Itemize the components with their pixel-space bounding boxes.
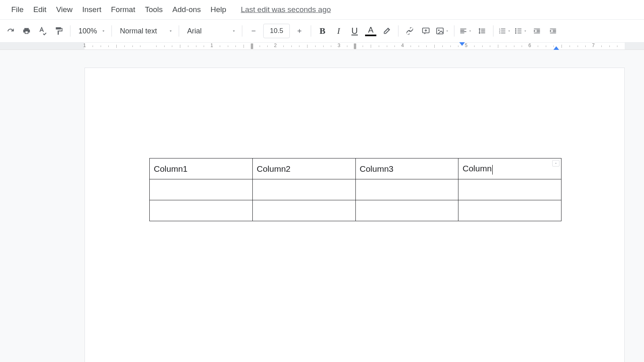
paragraph-style-dropdown[interactable]: Normal text	[115, 24, 175, 38]
svg-point-8	[515, 30, 516, 31]
bold-button[interactable]: B	[315, 24, 330, 38]
bulleted-list-button[interactable]	[514, 24, 528, 38]
insert-link-button[interactable]	[402, 24, 417, 38]
table-cell-options-button[interactable]	[552, 160, 559, 167]
text-cursor	[492, 165, 493, 175]
print-icon	[22, 27, 31, 35]
numbered-list-button[interactable]: 123	[497, 24, 512, 38]
menu-file[interactable]: File	[6, 3, 29, 16]
ruler-tick	[570, 45, 570, 47]
table-cell[interactable]: Column3	[355, 158, 458, 179]
chevron-down-icon	[445, 29, 449, 33]
ruler-tick	[267, 45, 268, 47]
table-row	[150, 200, 561, 221]
bulleted-list-icon	[514, 27, 522, 35]
svg-rect-2	[437, 28, 444, 34]
ruler-number: 1	[211, 43, 213, 48]
chevron-down-icon	[523, 29, 527, 33]
line-spacing-button[interactable]	[475, 24, 489, 38]
menu-insert[interactable]: Insert	[77, 3, 106, 16]
table-cell[interactable]	[252, 200, 355, 221]
table-cell[interactable]: Column1	[150, 158, 253, 179]
table-cell[interactable]	[355, 179, 458, 200]
document-table[interactable]: Column1 Column2 Column3 Column	[149, 158, 561, 221]
font-size-input[interactable]: 10.5	[263, 24, 290, 38]
decrease-font-size-button[interactable]	[246, 24, 261, 38]
ruler-tick	[172, 45, 172, 47]
toolbar-separator	[242, 25, 242, 37]
toolbar-separator	[179, 25, 179, 37]
align-left-icon	[459, 27, 467, 35]
ruler-tick	[204, 45, 204, 47]
font-family-dropdown[interactable]: Arial	[182, 24, 239, 38]
ruler-tick	[244, 45, 244, 48]
zoom-dropdown[interactable]: 100%	[74, 24, 108, 38]
highlight-icon	[382, 27, 391, 35]
table-cell[interactable]	[150, 179, 253, 200]
table-cell[interactable]	[150, 200, 253, 221]
align-button[interactable]	[458, 24, 473, 38]
spellcheck-button[interactable]	[35, 24, 50, 38]
redo-button[interactable]	[3, 24, 18, 38]
highlight-color-button[interactable]	[380, 24, 394, 38]
ruler-tick	[506, 45, 506, 47]
table-cell[interactable]	[458, 200, 561, 221]
ruler-tick	[546, 45, 546, 47]
ruler-tick	[426, 45, 427, 47]
svg-point-3	[438, 29, 440, 31]
menu-addons[interactable]: Add-ons	[167, 3, 206, 16]
document-page[interactable]: Column1 Column2 Column3 Column	[85, 68, 625, 362]
add-comment-button[interactable]	[419, 24, 433, 38]
italic-button[interactable]: I	[331, 24, 346, 38]
ruler-tick	[101, 45, 101, 47]
paragraph-style-value: Normal text	[120, 27, 157, 35]
menu-help[interactable]: Help	[206, 3, 231, 16]
print-button[interactable]	[19, 24, 34, 38]
right-indent-marker[interactable]	[553, 46, 559, 50]
table-column-marker[interactable]	[354, 43, 356, 49]
first-line-indent-marker[interactable]	[459, 42, 465, 46]
ruler-tick	[220, 45, 220, 47]
ruler-tick	[585, 45, 586, 47]
increase-font-size-button[interactable]	[292, 24, 307, 38]
table-cell[interactable]	[355, 200, 458, 221]
ruler-tick	[538, 45, 538, 47]
cell-text: Column2	[257, 164, 291, 173]
image-icon	[436, 27, 444, 35]
increase-indent-button[interactable]	[546, 24, 560, 38]
table-column-marker[interactable]	[251, 43, 253, 49]
ruler-number: 4	[401, 43, 404, 48]
ruler-tick	[156, 45, 157, 47]
decrease-indent-button[interactable]	[530, 24, 544, 38]
ruler-tick	[609, 45, 610, 47]
ruler-number: 1	[83, 43, 86, 48]
table-cell[interactable]	[458, 179, 561, 200]
cell-text: Column	[462, 164, 491, 173]
menu-format[interactable]: Format	[106, 3, 140, 16]
toolbar-separator	[454, 25, 454, 37]
table-cell[interactable]	[252, 179, 355, 200]
ruler-tick	[514, 45, 514, 47]
ruler-tick	[331, 45, 331, 47]
menu-tools[interactable]: Tools	[140, 3, 167, 16]
insert-image-button[interactable]	[435, 24, 450, 38]
toolbar: 100% Normal text Arial 10.5 B I	[0, 19, 644, 43]
text-color-button[interactable]: A	[363, 24, 378, 38]
ruler-tick	[196, 45, 196, 47]
ruler-tick	[323, 45, 324, 47]
ruler-tick	[299, 45, 299, 47]
menu-view[interactable]: View	[51, 3, 77, 16]
paint-format-button[interactable]	[52, 24, 66, 38]
ruler-tick	[434, 45, 435, 48]
ruler-tick	[307, 45, 308, 48]
menu-edit[interactable]: Edit	[29, 3, 52, 16]
table-cell[interactable]: Column2	[252, 158, 355, 179]
underline-button[interactable]: U	[347, 24, 362, 38]
last-edit-status[interactable]: Last edit was seconds ago	[241, 5, 331, 14]
horizontal-ruler[interactable]: 1 1 2 3 4 5 6 7	[0, 43, 644, 50]
table-cell[interactable]: Column	[458, 158, 561, 179]
ruler-tick	[379, 45, 379, 47]
cell-text: Column3	[360, 164, 394, 173]
toolbar-separator	[493, 25, 493, 37]
ruler-tick	[474, 45, 475, 47]
